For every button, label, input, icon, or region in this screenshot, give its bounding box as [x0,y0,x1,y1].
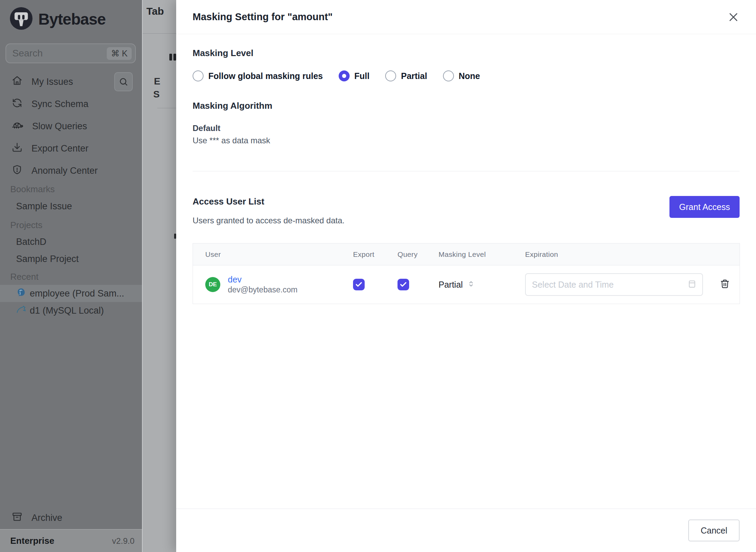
sidebar-item-my-issues[interactable]: My Issues [0,71,142,93]
radio-follow-global-rules[interactable]: Follow global masking rules [193,70,323,81]
section-label-bookmarks: Bookmarks [0,183,142,195]
archive-icon [12,511,23,525]
radio-label: Follow global masking rules [208,71,323,81]
radio-label: Full [354,71,369,81]
masking-algorithm-heading: Masking Algorithm [193,101,740,111]
turtle-icon [12,119,23,133]
background-text-fragment-e: E [154,76,160,87]
sidebar-item-label: Anomaly Center [31,166,98,176]
user-email: dev@bytebase.com [228,285,298,295]
sync-icon [12,97,23,111]
mysql-icon [16,304,26,317]
postgresql-icon [16,287,26,300]
masking-setting-dialog: Masking Setting for "amount" Masking Lev… [176,0,756,552]
close-icon[interactable] [727,11,740,23]
masking-level-radio-group: Follow global masking rules Full Partial… [193,70,740,81]
app-version: v2.9.0 [112,536,134,546]
sidebar-item-label: My Issues [31,77,73,87]
column-header-masking-level: Masking Level [433,244,520,265]
sidebar-item-label: Export Center [31,143,89,154]
table-row: DE dev dev@bytebase.com [193,265,740,304]
sidebar-sections: Bookmarks Sample Issue Projects BatchD S… [0,183,142,319]
radio-circle[interactable] [443,70,454,81]
dialog-footer: Cancel [176,509,756,552]
archive-label: Archive [31,513,62,523]
radio-circle[interactable] [193,70,204,81]
dialog-header: Masking Setting for "amount" [176,0,756,34]
date-placeholder: Select Date and Time [532,280,687,290]
masking-level-value: Partial [439,280,463,290]
brand-name: Bytebase [38,10,106,28]
radio-label: None [459,71,480,81]
background-divider [157,108,176,108]
sidebar-item-export-center[interactable]: Export Center [0,137,142,160]
sidebar: Bytebase Search ⌘ K My Issues [0,0,143,552]
cancel-button[interactable]: Cancel [688,520,740,541]
search-input[interactable]: Search ⌘ K [5,43,136,63]
calendar-icon [687,279,697,290]
radio-partial[interactable]: Partial [385,70,427,81]
sidebar-item-sample-issue[interactable]: Sample Issue [0,198,142,215]
column-header-actions [710,244,740,265]
dialog-body: Masking Level Follow global masking rule… [176,48,756,304]
item-label: d1 (MySQL Local) [30,305,104,316]
access-user-list-heading: Access User List [193,196,344,207]
masking-level-heading: Masking Level [193,48,740,58]
table-header-row: User Export Query Masking Level Expirati… [193,244,740,265]
section-label-recent: Recent [0,271,142,282]
item-label: BatchD [16,237,47,247]
grant-access-button[interactable]: Grant Access [669,196,740,218]
radio-label: Partial [401,71,427,81]
sidebar-item-employee-db[interactable]: employee (Prod Sam... [0,285,142,302]
access-user-table: User Export Query Masking Level Expirati… [193,243,740,304]
masking-level-select[interactable]: Partial [439,280,520,290]
query-checkbox[interactable] [397,279,409,290]
item-label: employee (Prod Sam... [30,288,124,299]
dimmed-background-page: Tab E S [143,0,176,552]
sidebar-item-d1-db[interactable]: d1 (MySQL Local) [0,302,142,319]
sidebar-item-label: Sync Schema [31,99,89,109]
background-text-fragment-s: S [153,89,160,100]
search-shortcut-badge: ⌘ K [107,47,132,60]
quick-search-button[interactable] [114,72,133,91]
delete-user-button[interactable] [720,279,730,289]
radio-none[interactable]: None [443,70,480,81]
algorithm-name: Default [193,124,740,133]
sidebar-item-archive[interactable]: Archive [0,508,142,527]
access-user-list-description: Users granted to access de-masked data. [193,216,344,225]
section-label-projects: Projects [0,219,142,231]
section-divider [193,171,740,171]
radio-circle[interactable] [385,70,396,81]
column-header-expiration: Expiration [520,244,710,265]
user-name-link[interactable]: dev [228,274,298,285]
chevron-up-down-icon [467,280,475,289]
avatar: DE [205,277,220,292]
plan-name: Enterprise [10,536,54,546]
sidebar-item-sync-schema[interactable]: Sync Schema [0,93,142,115]
home-icon [12,75,23,89]
background-page-title-clipped: Tab [146,5,164,17]
sidebar-item-batchd[interactable]: BatchD [0,233,142,250]
sidebar-item-label: Slow Queries [32,121,87,132]
plan-footer: Enterprise v2.9.0 [0,529,142,552]
dialog-title: Masking Setting for "amount" [193,11,727,23]
column-header-export: Export [348,244,392,265]
access-user-list-header: Access User List Users granted to access… [193,196,344,225]
sidebar-item-slow-queries[interactable]: Slow Queries [0,115,142,137]
background-header-divider [143,33,176,34]
search-placeholder: Search [12,48,107,59]
item-label: Sample Project [16,254,79,264]
download-icon [12,142,23,155]
expiration-date-input[interactable]: Select Date and Time [525,273,703,296]
column-header-user: User [193,244,348,265]
brand[interactable]: Bytebase [9,6,106,32]
sidebar-item-anomaly-center[interactable]: Anomaly Center [0,160,142,182]
column-header-query: Query [392,244,433,265]
radio-circle-selected[interactable] [339,70,350,81]
shield-alert-icon [12,164,23,178]
sidebar-item-sample-project[interactable]: Sample Project [0,250,142,267]
item-label: Sample Issue [16,201,72,212]
bytebase-logo-icon [9,6,34,32]
radio-full[interactable]: Full [339,70,369,81]
export-checkbox[interactable] [353,279,365,290]
